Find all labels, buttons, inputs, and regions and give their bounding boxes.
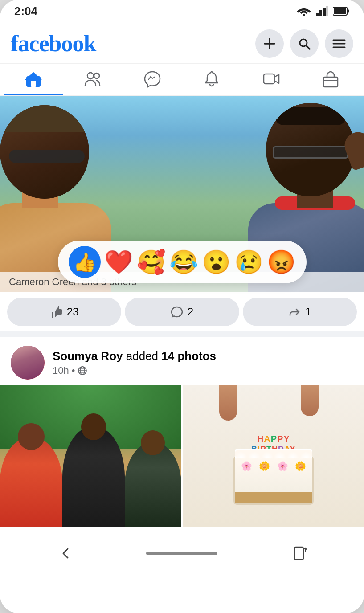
battery-icon (333, 6, 350, 16)
svg-rect-6 (347, 9, 349, 13)
back-icon (57, 545, 73, 561)
post-card-1: 👍 ❤️ 🥰 😂 😮 😢 😡 Cameron Green and 3 other… (0, 96, 364, 331)
nav-messenger[interactable] (123, 64, 182, 95)
rotate-icon (291, 545, 307, 561)
nav-friends[interactable] (63, 64, 123, 95)
post-actions-1: 23 2 1 (0, 292, 364, 331)
svg-point-17 (87, 73, 94, 79)
dot-separator: • (72, 365, 75, 376)
home-icon (25, 70, 42, 88)
status-icons (296, 6, 350, 16)
photo-grid: HAPPY BIRTHDAY (0, 385, 364, 527)
share-button[interactable]: 1 (243, 298, 357, 326)
post2-action: added (126, 349, 162, 363)
nav-notifications[interactable] (182, 64, 242, 95)
svg-rect-3 (323, 8, 326, 16)
svg-point-0 (303, 14, 305, 16)
wifi-icon (296, 6, 311, 16)
status-time: 2:04 (14, 4, 37, 18)
post2-meta: Soumya Roy added 14 photos 10h • (53, 349, 353, 376)
like-button[interactable]: 23 (7, 298, 121, 326)
reaction-wow[interactable]: 😮 (202, 250, 231, 274)
post-image-wrapper: 👍 ❤️ 🥰 😂 😮 😢 😡 Cameron Green and 3 other… (0, 96, 364, 292)
like-icon (50, 306, 62, 318)
reactions-bar: 👍 ❤️ 🥰 😂 😮 😢 😡 (58, 241, 307, 283)
avatar-image (11, 346, 45, 380)
bottom-nav (0, 533, 364, 573)
svg-line-11 (306, 45, 310, 49)
menu-icon (332, 39, 346, 49)
menu-button[interactable] (325, 29, 353, 58)
avatar-soumya (11, 346, 45, 380)
rotate-button[interactable] (286, 540, 312, 567)
photo-cell-cake[interactable]: HAPPY BIRTHDAY (183, 385, 364, 527)
feed: 👍 ❤️ 🥰 😂 😮 😢 😡 Cameron Green and 3 other… (0, 96, 364, 527)
reaction-heart[interactable]: ❤️ (104, 250, 133, 274)
post2-name: Soumya Roy added 14 photos (53, 349, 353, 363)
reaction-care[interactable]: 🥰 (137, 250, 166, 274)
phone-frame: 2:04 facebook (0, 0, 364, 613)
facebook-logo: facebook (11, 32, 96, 55)
action-buttons-1: 23 2 1 (7, 298, 357, 326)
reaction-sad[interactable]: 😢 (234, 250, 263, 274)
svg-rect-16 (31, 81, 36, 87)
post2-header: Soumya Roy added 14 photos 10h • (0, 337, 364, 385)
svg-rect-20 (323, 77, 338, 87)
back-button[interactable] (52, 540, 78, 567)
svg-rect-4 (326, 6, 328, 16)
comment-icon (171, 306, 183, 318)
like-count: 23 (67, 306, 79, 318)
nav-video[interactable] (241, 64, 301, 95)
search-icon (298, 37, 311, 50)
home-indicator[interactable] (146, 552, 217, 555)
reaction-angry[interactable]: 😡 (267, 250, 296, 274)
svg-rect-2 (319, 10, 322, 16)
video-icon (262, 70, 280, 88)
photo-cell-selfie[interactable] (0, 385, 181, 527)
post-card-2: Soumya Roy added 14 photos 10h • (0, 337, 364, 527)
status-bar: 2:04 (0, 0, 364, 22)
nav-marketplace[interactable] (301, 64, 361, 95)
app-header: facebook (0, 22, 364, 64)
globe-icon (78, 366, 87, 376)
messenger-icon (143, 70, 161, 88)
svg-rect-27 (294, 547, 303, 560)
nav-bar (0, 64, 364, 96)
plus-icon (263, 37, 276, 50)
svg-rect-19 (264, 74, 274, 84)
svg-rect-1 (316, 13, 319, 16)
svg-rect-7 (334, 8, 346, 14)
post2-time: 10h • (53, 365, 353, 376)
search-button[interactable] (290, 29, 319, 58)
friends-icon (84, 70, 102, 88)
share-count: 1 (305, 306, 311, 318)
signal-icon (316, 6, 328, 16)
share-icon (288, 306, 301, 318)
comment-button[interactable]: 2 (125, 298, 239, 326)
bell-icon (203, 70, 221, 88)
add-button[interactable] (255, 29, 284, 58)
thumbs-up-emoji: 👍 (73, 251, 96, 273)
svg-point-18 (94, 73, 99, 78)
comment-count: 2 (188, 306, 193, 318)
header-actions (255, 29, 353, 58)
nav-home[interactable] (4, 64, 63, 95)
reaction-haha[interactable]: 😂 (169, 250, 198, 274)
reaction-like[interactable]: 👍 (69, 246, 101, 278)
marketplace-icon (322, 70, 339, 88)
